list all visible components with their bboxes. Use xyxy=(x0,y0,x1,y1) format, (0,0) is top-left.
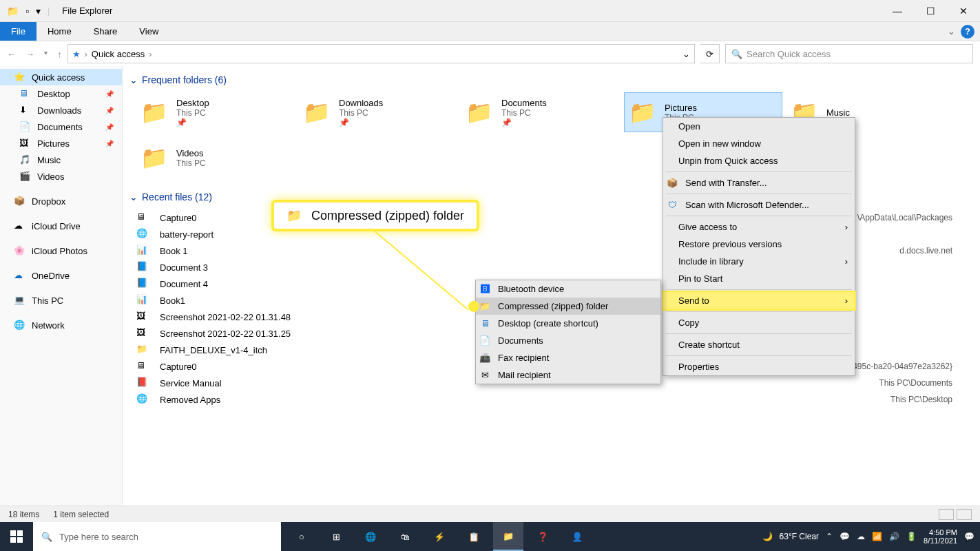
sidebar-item-icloudphotos[interactable]: 🌸iCloud Photos xyxy=(0,242,122,259)
view-details-button[interactable] xyxy=(939,509,954,520)
ctx-label: Bluetooth device xyxy=(498,284,564,294)
ctx-send-to[interactable]: Send to› xyxy=(663,292,855,309)
folder-name: Documents xyxy=(501,98,547,108)
file-name: Service Manual xyxy=(160,378,222,388)
sidebar-item-documents[interactable]: 📄Documents📌 xyxy=(0,118,122,135)
ctx-open[interactable]: Open xyxy=(663,118,855,135)
up-button[interactable]: ↑ xyxy=(57,49,62,59)
sendto-bluetooth[interactable]: 🅱Bluetooth device xyxy=(476,280,660,298)
taskbar-store[interactable]: 🛍 xyxy=(390,522,420,551)
maximize-button[interactable]: ☐ xyxy=(914,0,947,22)
search-input[interactable]: 🔍 Search Quick access xyxy=(725,44,973,63)
folder-downloads[interactable]: 📁DownloadsThis PC📌 xyxy=(299,92,457,132)
sendto-documents[interactable]: 📄Documents xyxy=(476,332,660,349)
sidebar-item-pictures[interactable]: 🖼Pictures📌 xyxy=(0,135,122,152)
ctx-send-transfer[interactable]: 📦Send with Transfer... xyxy=(663,174,855,191)
breadcrumb-item[interactable]: Quick access xyxy=(92,49,145,59)
titlebar-sep: | xyxy=(48,6,50,16)
sidebar-item-onedrive[interactable]: ☁OneDrive xyxy=(0,267,122,284)
tray-volume-icon[interactable]: 🔊 xyxy=(889,532,899,541)
ctx-create-shortcut[interactable]: Create shortcut xyxy=(663,336,855,353)
folder-sub: This PC xyxy=(176,158,206,168)
sidebar-item-videos[interactable]: 🎬Videos xyxy=(0,168,122,185)
taskbar-office[interactable]: 📋 xyxy=(459,522,489,551)
file-icon: 🖥 xyxy=(136,211,150,224)
view-large-button[interactable] xyxy=(957,509,972,520)
tray-clock[interactable]: 4:50 PM 8/11/2021 xyxy=(924,528,957,545)
frequent-folders-header[interactable]: ⌄ Frequent folders (6) xyxy=(123,72,980,88)
file-item[interactable]: 🌐Removed AppsThis PC\Desktop xyxy=(136,391,966,408)
breadcrumb[interactable]: ★ › Quick access › ⌄ xyxy=(67,44,696,63)
sidebar-item-thispc[interactable]: 💻This PC xyxy=(0,292,122,309)
tray-onedrive-icon[interactable]: ☁ xyxy=(857,532,865,541)
taskbar-taskview[interactable]: ⊞ xyxy=(321,522,351,551)
folder-documents[interactable]: 📁DocumentsThis PC📌 xyxy=(461,92,620,132)
tray-notifications-icon[interactable]: 💬 xyxy=(964,532,974,541)
taskbar-search[interactable]: 🔍 Type here to search xyxy=(33,522,281,551)
ctx-label: Send with Transfer... xyxy=(685,178,767,188)
folder-icon: 📁 xyxy=(139,143,169,173)
window-title: File Explorer xyxy=(56,6,112,16)
sendto-compressed[interactable]: 📁Compressed (zipped) folder xyxy=(476,298,660,315)
refresh-button[interactable]: ⟳ xyxy=(700,44,720,63)
ctx-copy[interactable]: Copy xyxy=(663,314,855,331)
minimize-button[interactable]: — xyxy=(881,0,914,22)
history-dropdown-icon[interactable]: ▾ xyxy=(44,49,48,59)
start-button[interactable] xyxy=(0,522,33,551)
taskbar-people[interactable]: 👤 xyxy=(562,522,592,551)
callout-label: Compressed (zipped) folder xyxy=(311,209,464,223)
back-button[interactable]: ← xyxy=(7,49,16,59)
taskbar-edge[interactable]: 🌐 xyxy=(355,522,386,551)
tray-wifi-icon[interactable]: 📶 xyxy=(872,532,882,541)
sidebar-item-network[interactable]: 🌐Network xyxy=(0,317,122,333)
ctx-restore-versions[interactable]: Restore previous versions xyxy=(663,236,855,253)
tab-view[interactable]: View xyxy=(128,22,169,41)
ctx-open-new-window[interactable]: Open in new window xyxy=(663,135,855,152)
ctx-label: Fax recipient xyxy=(498,353,549,363)
ctx-scan-defender[interactable]: 🛡Scan with Microsoft Defender... xyxy=(663,196,855,214)
sidebar-item-quickaccess[interactable]: ⭐Quick access xyxy=(0,69,122,85)
tray-battery-icon[interactable]: 🔋 xyxy=(906,532,917,541)
ctx-include-library[interactable]: Include in library› xyxy=(663,253,855,270)
sendto-desktop-shortcut[interactable]: 🖥Desktop (create shortcut) xyxy=(476,315,660,332)
help-icon[interactable]: ? xyxy=(961,25,974,39)
taskbar-help[interactable]: ❓ xyxy=(528,522,558,551)
qat-dropdown[interactable]: ▾ xyxy=(36,6,41,17)
taskbar-app[interactable]: ⚡ xyxy=(424,522,455,551)
word-icon: 📘 xyxy=(136,278,150,290)
ctx-separator xyxy=(666,171,852,172)
sidebar-item-iclouddrive[interactable]: ☁iCloud Drive xyxy=(0,218,122,234)
sendto-mail[interactable]: ✉Mail recipient xyxy=(476,366,660,384)
weather-icon[interactable]: 🌙 xyxy=(762,532,773,541)
ctx-properties[interactable]: Properties xyxy=(663,358,855,375)
tray-meet-icon[interactable]: 💬 xyxy=(840,532,850,541)
tab-file[interactable]: File xyxy=(0,22,37,41)
tab-share[interactable]: Share xyxy=(83,22,129,41)
ctx-separator xyxy=(666,194,852,194)
tray-chevron-icon[interactable]: ⌃ xyxy=(826,532,833,541)
taskbar: 🔍 Type here to search ○ ⊞ 🌐 🛍 ⚡ 📋 📁 ❓ 👤 … xyxy=(0,522,980,551)
folder-desktop[interactable]: 📁DesktopThis PC📌 xyxy=(136,92,295,132)
taskbar-cortana[interactable]: ○ xyxy=(286,522,317,551)
ctx-unpin[interactable]: Unpin from Quick access xyxy=(663,152,855,169)
sidebar-item-dropbox[interactable]: 📦Dropbox xyxy=(0,193,122,209)
ribbon-chevron-icon[interactable]: ⌄ xyxy=(948,26,955,37)
folder-icon: 📁 xyxy=(139,97,169,127)
sidebar-item-desktop[interactable]: 🖥Desktop📌 xyxy=(0,85,122,102)
breadcrumb-dropdown-icon[interactable]: ⌄ xyxy=(682,49,690,59)
ctx-label: Restore previous versions xyxy=(678,239,782,249)
folder-videos[interactable]: 📁VideosThis PC xyxy=(136,138,295,178)
forward-button[interactable]: → xyxy=(25,49,34,59)
close-button[interactable]: ✕ xyxy=(947,0,980,22)
qat-item[interactable]: ▫ xyxy=(25,6,29,17)
sendto-fax[interactable]: 📠Fax recipient xyxy=(476,349,660,366)
taskbar-explorer[interactable]: 📁 xyxy=(493,522,523,551)
word-icon: 📘 xyxy=(136,261,150,273)
ctx-pin-start[interactable]: Pin to Start xyxy=(663,270,855,287)
tab-home[interactable]: Home xyxy=(37,22,83,41)
ctx-give-access[interactable]: Give access to› xyxy=(663,218,855,236)
sidebar-item-downloads[interactable]: ⬇Downloads📌 xyxy=(0,102,122,118)
sidebar-item-music[interactable]: 🎵Music xyxy=(0,152,122,168)
mail-icon: ✉ xyxy=(479,370,491,380)
weather-text[interactable]: 63°F Clear xyxy=(780,532,820,541)
